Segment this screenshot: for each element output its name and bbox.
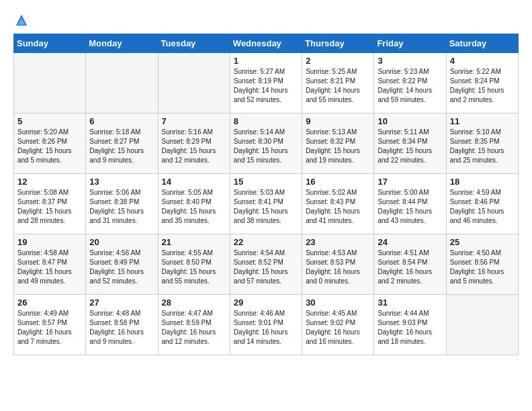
- calendar-cell: 2Sunrise: 5:25 AM Sunset: 8:21 PM Daylig…: [302, 53, 374, 113]
- day-number: 5: [17, 116, 82, 126]
- day-number: 24: [378, 237, 442, 247]
- day-info: Sunrise: 5:03 AM Sunset: 8:41 PM Dayligh…: [234, 188, 298, 226]
- day-number: 17: [378, 177, 442, 187]
- day-info: Sunrise: 5:11 AM Sunset: 8:34 PM Dayligh…: [378, 128, 442, 165]
- day-number: 13: [89, 177, 154, 187]
- calendar-cell: 3Sunrise: 5:23 AM Sunset: 8:22 PM Daylig…: [374, 53, 446, 113]
- day-info: Sunrise: 4:51 AM Sunset: 8:54 PM Dayligh…: [378, 248, 442, 286]
- day-info: Sunrise: 5:22 AM Sunset: 8:24 PM Dayligh…: [450, 67, 515, 105]
- calendar-cell: 16Sunrise: 5:02 AM Sunset: 8:43 PM Dayli…: [302, 174, 374, 234]
- calendar-cell: 15Sunrise: 5:03 AM Sunset: 8:41 PM Dayli…: [230, 174, 302, 234]
- day-number: 8: [234, 116, 298, 126]
- day-number: 27: [89, 298, 154, 308]
- calendar-cell: 30Sunrise: 4:45 AM Sunset: 9:02 PM Dayli…: [302, 295, 374, 355]
- calendar-cell: 11Sunrise: 5:10 AM Sunset: 8:35 PM Dayli…: [446, 113, 518, 174]
- calendar-cell: 21Sunrise: 4:55 AM Sunset: 8:50 PM Dayli…: [158, 234, 230, 295]
- day-number: 1: [234, 56, 298, 66]
- day-number: 16: [306, 177, 370, 187]
- day-info: Sunrise: 4:45 AM Sunset: 9:02 PM Dayligh…: [306, 309, 370, 347]
- calendar-cell: 5Sunrise: 5:20 AM Sunset: 8:26 PM Daylig…: [14, 113, 86, 174]
- calendar-cell: 9Sunrise: 5:13 AM Sunset: 8:32 PM Daylig…: [302, 113, 374, 174]
- day-number: 14: [162, 177, 226, 187]
- day-number: 9: [306, 116, 370, 126]
- day-number: 11: [450, 116, 515, 126]
- day-info: Sunrise: 5:27 AM Sunset: 8:19 PM Dayligh…: [234, 67, 298, 105]
- calendar-week-2: 5Sunrise: 5:20 AM Sunset: 8:26 PM Daylig…: [14, 113, 519, 174]
- calendar-cell: 1Sunrise: 5:27 AM Sunset: 8:19 PM Daylig…: [230, 53, 302, 113]
- day-number: 25: [450, 237, 515, 247]
- logo-icon: [15, 13, 28, 27]
- calendar-cell: [446, 295, 518, 355]
- calendar-week-3: 12Sunrise: 5:08 AM Sunset: 8:37 PM Dayli…: [14, 174, 519, 234]
- day-info: Sunrise: 4:55 AM Sunset: 8:50 PM Dayligh…: [162, 248, 226, 286]
- day-number: 31: [378, 298, 442, 308]
- day-info: Sunrise: 5:23 AM Sunset: 8:22 PM Dayligh…: [378, 67, 442, 105]
- day-info: Sunrise: 4:44 AM Sunset: 9:03 PM Dayligh…: [378, 309, 442, 347]
- day-number: 20: [89, 237, 154, 247]
- calendar-cell: 25Sunrise: 4:50 AM Sunset: 8:56 PM Dayli…: [446, 234, 518, 295]
- day-info: Sunrise: 5:02 AM Sunset: 8:43 PM Dayligh…: [306, 188, 370, 226]
- calendar-cell: 29Sunrise: 4:46 AM Sunset: 9:01 PM Dayli…: [230, 295, 302, 355]
- day-number: 3: [378, 56, 442, 66]
- calendar-cell: 13Sunrise: 5:06 AM Sunset: 8:38 PM Dayli…: [86, 174, 158, 234]
- day-info: Sunrise: 5:05 AM Sunset: 8:40 PM Dayligh…: [162, 188, 226, 226]
- calendar-cell: 20Sunrise: 4:56 AM Sunset: 8:49 PM Dayli…: [86, 234, 158, 295]
- day-info: Sunrise: 5:10 AM Sunset: 8:35 PM Dayligh…: [450, 128, 515, 165]
- day-number: 7: [162, 116, 226, 126]
- day-info: Sunrise: 5:18 AM Sunset: 8:27 PM Dayligh…: [89, 128, 154, 165]
- day-info: Sunrise: 5:14 AM Sunset: 8:30 PM Dayligh…: [234, 128, 298, 165]
- day-number: 18: [450, 177, 515, 187]
- day-info: Sunrise: 4:47 AM Sunset: 8:59 PM Dayligh…: [162, 309, 226, 347]
- calendar-cell: 8Sunrise: 5:14 AM Sunset: 8:30 PM Daylig…: [230, 113, 302, 174]
- col-header-saturday: Saturday: [446, 34, 518, 53]
- calendar-cell: 14Sunrise: 5:05 AM Sunset: 8:40 PM Dayli…: [158, 174, 230, 234]
- day-number: 28: [162, 298, 226, 308]
- day-info: Sunrise: 4:59 AM Sunset: 8:46 PM Dayligh…: [450, 188, 515, 226]
- calendar-cell: 27Sunrise: 4:48 AM Sunset: 8:58 PM Dayli…: [86, 295, 158, 355]
- calendar-week-5: 26Sunrise: 4:49 AM Sunset: 8:57 PM Dayli…: [14, 295, 519, 355]
- day-info: Sunrise: 5:08 AM Sunset: 8:37 PM Dayligh…: [17, 188, 82, 226]
- logo: [13, 13, 28, 27]
- calendar-week-4: 19Sunrise: 4:58 AM Sunset: 8:47 PM Dayli…: [14, 234, 519, 295]
- day-info: Sunrise: 5:06 AM Sunset: 8:38 PM Dayligh…: [89, 188, 154, 226]
- day-info: Sunrise: 4:50 AM Sunset: 8:56 PM Dayligh…: [450, 248, 515, 286]
- day-number: 19: [17, 237, 82, 247]
- calendar-cell: 26Sunrise: 4:49 AM Sunset: 8:57 PM Dayli…: [14, 295, 86, 355]
- day-info: Sunrise: 5:13 AM Sunset: 8:32 PM Dayligh…: [306, 128, 370, 165]
- calendar-cell: [14, 53, 86, 113]
- day-info: Sunrise: 5:20 AM Sunset: 8:26 PM Dayligh…: [17, 128, 82, 165]
- day-info: Sunrise: 4:48 AM Sunset: 8:58 PM Dayligh…: [89, 309, 154, 347]
- calendar-week-1: 1Sunrise: 5:27 AM Sunset: 8:19 PM Daylig…: [14, 53, 519, 113]
- day-number: 12: [17, 177, 82, 187]
- calendar-cell: 7Sunrise: 5:16 AM Sunset: 8:29 PM Daylig…: [158, 113, 230, 174]
- day-info: Sunrise: 4:56 AM Sunset: 8:49 PM Dayligh…: [89, 248, 154, 286]
- day-number: 2: [306, 56, 370, 66]
- day-info: Sunrise: 5:16 AM Sunset: 8:29 PM Dayligh…: [162, 128, 226, 165]
- day-info: Sunrise: 5:00 AM Sunset: 8:44 PM Dayligh…: [378, 188, 442, 226]
- day-number: 6: [89, 116, 154, 126]
- calendar-cell: 18Sunrise: 4:59 AM Sunset: 8:46 PM Dayli…: [446, 174, 518, 234]
- calendar-cell: [86, 53, 158, 113]
- day-number: 10: [378, 116, 442, 126]
- calendar-cell: 19Sunrise: 4:58 AM Sunset: 8:47 PM Dayli…: [14, 234, 86, 295]
- col-header-tuesday: Tuesday: [158, 34, 230, 53]
- day-info: Sunrise: 4:46 AM Sunset: 9:01 PM Dayligh…: [234, 309, 298, 347]
- day-info: Sunrise: 4:49 AM Sunset: 8:57 PM Dayligh…: [17, 309, 82, 347]
- calendar-cell: 24Sunrise: 4:51 AM Sunset: 8:54 PM Dayli…: [374, 234, 446, 295]
- day-info: Sunrise: 5:25 AM Sunset: 8:21 PM Dayligh…: [306, 67, 370, 105]
- day-number: 29: [234, 298, 298, 308]
- day-number: 4: [450, 56, 515, 66]
- day-info: Sunrise: 4:54 AM Sunset: 8:52 PM Dayligh…: [234, 248, 298, 286]
- page-header: [13, 13, 519, 27]
- calendar-cell: 4Sunrise: 5:22 AM Sunset: 8:24 PM Daylig…: [446, 53, 518, 113]
- day-number: 26: [17, 298, 82, 308]
- calendar-cell: 28Sunrise: 4:47 AM Sunset: 8:59 PM Dayli…: [158, 295, 230, 355]
- day-info: Sunrise: 4:53 AM Sunset: 8:53 PM Dayligh…: [306, 248, 370, 286]
- calendar-cell: 10Sunrise: 5:11 AM Sunset: 8:34 PM Dayli…: [374, 113, 446, 174]
- calendar-cell: 17Sunrise: 5:00 AM Sunset: 8:44 PM Dayli…: [374, 174, 446, 234]
- calendar-cell: 22Sunrise: 4:54 AM Sunset: 8:52 PM Dayli…: [230, 234, 302, 295]
- calendar-header-row: SundayMondayTuesdayWednesdayThursdayFrid…: [14, 34, 519, 53]
- day-number: 15: [234, 177, 298, 187]
- calendar-cell: 6Sunrise: 5:18 AM Sunset: 8:27 PM Daylig…: [86, 113, 158, 174]
- day-number: 22: [234, 237, 298, 247]
